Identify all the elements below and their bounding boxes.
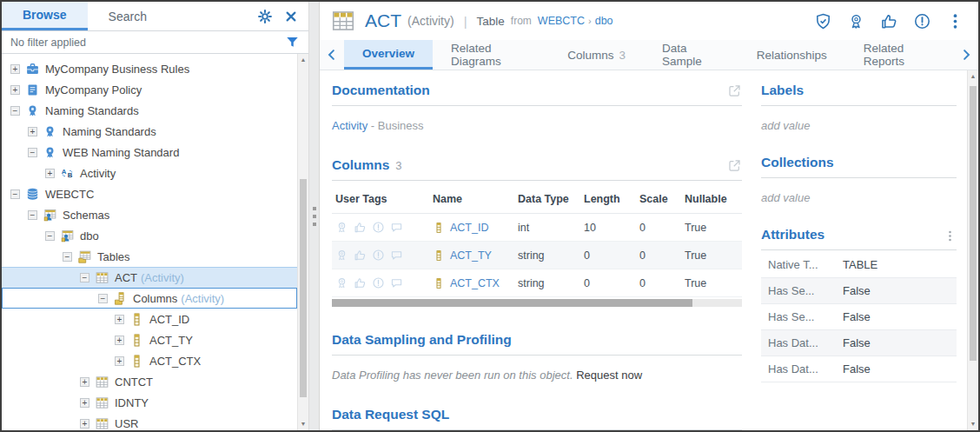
columns-hscroll-thumb[interactable] xyxy=(332,299,692,307)
sidebar-tab-bar: Browse Search xyxy=(2,2,308,31)
tab-search[interactable]: Search xyxy=(88,2,168,30)
briefcase-icon xyxy=(25,62,40,76)
thumbs-up-icon[interactable] xyxy=(354,276,367,289)
collapse-icon[interactable]: − xyxy=(45,231,55,241)
tree-item-cntct[interactable]: +CNTCT xyxy=(2,371,297,392)
certify-icon[interactable] xyxy=(335,221,348,234)
scroll-down-icon[interactable]: ▼ xyxy=(298,418,308,430)
column-link[interactable]: ACT_ID xyxy=(433,222,511,234)
tree-item-act-id[interactable]: +ACT_ID xyxy=(2,309,297,329)
collapse-icon[interactable]: − xyxy=(10,106,20,116)
gear-icon[interactable] xyxy=(257,9,273,24)
shield-check-icon[interactable] xyxy=(814,12,832,30)
certify-icon[interactable] xyxy=(335,276,348,289)
expand-icon[interactable]: + xyxy=(115,356,124,366)
thumbs-up-icon[interactable] xyxy=(880,12,898,30)
tree-item-web-naming-standard[interactable]: −WEB Naming Standard xyxy=(2,142,297,163)
breadcrumb-source[interactable]: WEBCTC xyxy=(538,15,585,27)
tab-relationships[interactable]: Relationships xyxy=(738,40,845,70)
open-columns-icon[interactable] xyxy=(727,158,742,173)
expand-icon[interactable]: + xyxy=(80,419,89,429)
comment-icon[interactable] xyxy=(390,249,403,262)
collapse-icon[interactable]: − xyxy=(10,189,20,199)
columns-count: 3 xyxy=(395,159,401,172)
collapse-icon[interactable]: − xyxy=(28,148,37,157)
thumbs-up-icon[interactable] xyxy=(354,249,367,262)
labels-add-value[interactable]: add value xyxy=(761,119,957,132)
tree-item-usr[interactable]: +USR xyxy=(2,413,297,430)
tree-scroll-thumb[interactable] xyxy=(300,179,307,397)
collapse-icon[interactable]: − xyxy=(63,252,72,262)
tab-related-diagrams[interactable]: Related Diagrams xyxy=(433,40,549,70)
certify-icon[interactable] xyxy=(847,12,865,30)
collapse-icon[interactable]: − xyxy=(80,273,89,282)
alert-icon[interactable] xyxy=(372,249,385,262)
tree-item-idnty[interactable]: +IDNTY xyxy=(2,392,297,413)
tree-item-naming-standards[interactable]: +Naming Standards xyxy=(2,121,297,142)
tree-item-act-ty[interactable]: +ACT_TY xyxy=(2,329,297,350)
tree-item-activity[interactable]: +ABActivity xyxy=(2,163,297,183)
alert-icon[interactable] xyxy=(372,221,385,234)
collections-add-value[interactable]: add value xyxy=(761,191,957,204)
tree-item-act[interactable]: −ACT(Activity) xyxy=(2,267,297,288)
expand-icon[interactable]: + xyxy=(45,169,55,178)
collapse-icon[interactable]: − xyxy=(28,210,37,220)
tree-item-act-ctx[interactable]: +ACT_CTX xyxy=(2,350,297,371)
expand-icon[interactable]: + xyxy=(115,336,124,345)
tree-item-label: ACT_ID xyxy=(149,313,189,326)
certify-icon[interactable] xyxy=(335,249,348,262)
scroll-up-icon[interactable]: ▲ xyxy=(298,54,308,66)
expand-icon[interactable]: + xyxy=(115,315,124,324)
alert-icon[interactable] xyxy=(913,12,931,30)
alert-icon[interactable] xyxy=(372,276,385,289)
tab-browse[interactable]: Browse xyxy=(2,2,88,30)
collapse-icon[interactable]: − xyxy=(98,294,108,303)
comment-icon[interactable] xyxy=(390,221,403,234)
sql-section: Data Request SQL add value xyxy=(332,407,742,430)
tree-item-schemas[interactable]: −Schemas xyxy=(2,204,297,225)
expand-icon[interactable]: + xyxy=(28,127,37,136)
breadcrumb-schema[interactable]: dbo xyxy=(595,15,613,27)
chevron-right-icon[interactable] xyxy=(954,40,978,70)
tree-item-label: Schemas xyxy=(63,209,109,222)
tree-item-mycompany-policy[interactable]: +MyCompany Policy xyxy=(2,79,297,100)
main-scroll-thumb[interactable] xyxy=(970,86,977,362)
tab-related-reports[interactable]: Related Reports xyxy=(845,40,954,70)
tree-item-webctc[interactable]: −WEBCTC xyxy=(2,183,297,204)
tree-item-columns[interactable]: −Columns(Activity) xyxy=(2,288,297,309)
close-icon[interactable] xyxy=(284,10,298,23)
tab-overview[interactable]: Overview xyxy=(344,40,433,70)
open-documentation-icon[interactable] xyxy=(727,83,742,98)
chevron-left-icon[interactable] xyxy=(320,40,344,70)
expand-icon[interactable]: + xyxy=(10,64,20,74)
expand-icon[interactable]: + xyxy=(10,85,20,95)
columns-hscrollbar[interactable] xyxy=(332,299,742,307)
object-type-label: Table xyxy=(477,15,505,28)
tree-item-mycompany-business-rules[interactable]: +MyCompany Business Rules xyxy=(2,58,297,79)
tab-data-sample[interactable]: Data Sample xyxy=(644,40,738,70)
tree-item-label: Columns xyxy=(133,292,177,305)
main-scrollbar[interactable]: ▲ ▼ xyxy=(967,70,978,430)
attributes-kebab-icon[interactable] xyxy=(944,229,957,243)
tree-item-dbo[interactable]: −dbo xyxy=(2,225,297,246)
columns-folder-icon xyxy=(113,291,128,306)
table-row: ACT_IDint100True xyxy=(332,214,742,242)
request-now-link[interactable]: Request now xyxy=(576,369,642,382)
tree-scrollbar[interactable]: ▲ ▼ xyxy=(297,54,308,430)
tree-item-tables[interactable]: −Tables xyxy=(2,246,297,267)
thumbs-up-icon[interactable] xyxy=(354,221,367,234)
scroll-up-icon[interactable]: ▲ xyxy=(968,70,978,83)
comment-icon[interactable] xyxy=(390,276,403,289)
documentation-link[interactable]: Activity xyxy=(332,119,368,132)
column-link[interactable]: ACT_CTX xyxy=(433,277,511,289)
column-link[interactable]: ACT_TY xyxy=(433,249,511,262)
tab-columns[interactable]: Columns3 xyxy=(549,40,644,70)
attribute-row: Has Dat...False xyxy=(761,356,957,382)
expand-icon[interactable]: + xyxy=(80,398,89,408)
kebab-icon[interactable] xyxy=(946,12,964,30)
panel-splitter[interactable] xyxy=(308,2,320,430)
expand-icon[interactable]: + xyxy=(80,377,89,387)
scroll-down-icon[interactable]: ▼ xyxy=(968,418,978,430)
tree-item-naming-standards[interactable]: −Naming Standards xyxy=(2,100,297,121)
filter-icon[interactable] xyxy=(285,35,300,50)
